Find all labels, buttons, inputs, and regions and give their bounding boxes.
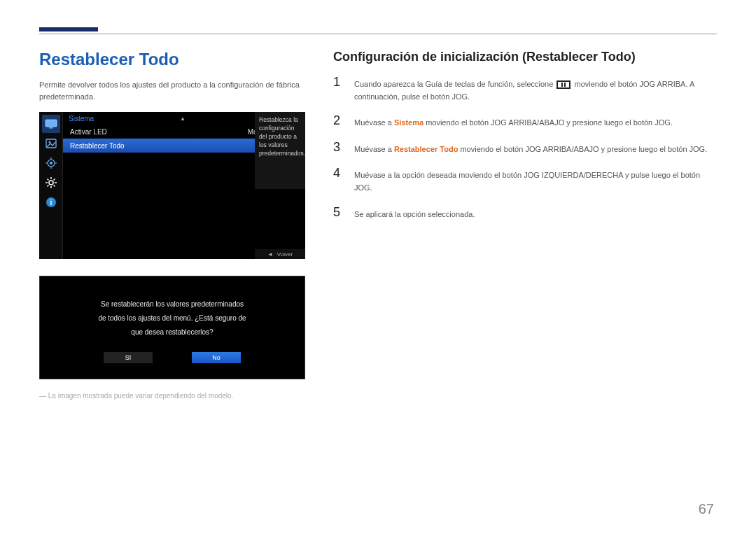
osd-footer: ◄ Volver xyxy=(255,249,305,259)
step: 3 Muévase a Restablecer Todo moviendo el… xyxy=(333,141,717,156)
step-text: Cuando aparezca la Guía de teclas de fun… xyxy=(354,76,717,103)
chapter-accent xyxy=(39,27,98,31)
step-text: Muévase a Sistema moviendo el botón JOG … xyxy=(354,114,717,129)
step-number: 3 xyxy=(333,141,346,155)
osd-title: Sistema xyxy=(69,115,94,122)
page-top-rule xyxy=(39,34,717,34)
svg-text:i: i xyxy=(50,199,52,206)
svg-rect-1 xyxy=(49,127,53,129)
footnote: ― La imagen mostrada puede variar depend… xyxy=(39,392,305,400)
svg-point-6 xyxy=(49,181,53,185)
confirm-dialog: Se restablecerán los valores predetermin… xyxy=(39,276,305,379)
dialog-yes-button[interactable]: Sí xyxy=(104,352,153,363)
step-text: Muévase a la opción deseada moviendo el … xyxy=(354,167,717,194)
section-intro: Permite devolver todos los ajustes del p… xyxy=(39,79,305,102)
dialog-line: que desea restablecerlos? xyxy=(54,325,290,339)
osd-description: Restablezca la configuración del product… xyxy=(255,112,305,189)
dialog-no-button[interactable]: No xyxy=(192,352,241,363)
display-icon xyxy=(42,115,60,133)
section-heading: Restablecer Todo xyxy=(39,50,305,69)
step: 1 Cuando aparezca la Guía de teclas de f… xyxy=(333,76,717,103)
target-icon xyxy=(42,154,60,172)
step-number: 2 xyxy=(333,114,346,128)
step: 5 Se aplicará la opción seleccionada. xyxy=(333,206,717,221)
osd-main: Sistema ▲ Activar LED Modo de espera Res… xyxy=(63,112,305,259)
osd-row-label: Restablecer Todo xyxy=(70,142,125,150)
osd-back-label: Volver xyxy=(277,251,293,258)
step-number: 4 xyxy=(333,167,346,181)
svg-point-3 xyxy=(48,141,50,143)
svg-rect-0 xyxy=(46,120,57,127)
step-number: 1 xyxy=(333,76,346,90)
menu-icon xyxy=(556,80,570,89)
picture-icon xyxy=(42,134,60,153)
step: 4 Muévase a la opción deseada moviendo e… xyxy=(333,167,717,194)
osd-sidebar: i xyxy=(39,112,63,259)
back-arrow-icon: ◄ xyxy=(267,251,273,258)
page-number: 67 xyxy=(699,501,714,517)
dialog-line: Se restablecerán los valores predetermin… xyxy=(54,297,290,311)
osd-up-arrow-icon: ▲ xyxy=(180,115,186,122)
step-number: 5 xyxy=(333,206,346,220)
step-text: Muévase a Restablecer Todo moviendo el b… xyxy=(354,141,717,156)
osd-screenshot: i Sistema ▲ Activar LED Modo de espera xyxy=(39,112,305,259)
svg-point-5 xyxy=(50,162,52,164)
osd-row-label: Activar LED xyxy=(70,128,107,136)
step-text: Se aplicará la opción seleccionada. xyxy=(354,206,717,221)
step: 2 Muévase a Sistema moviendo el botón JO… xyxy=(333,114,717,129)
procedure-heading: Configuración de inicialización (Restabl… xyxy=(333,50,717,64)
gear-icon xyxy=(42,174,60,192)
info-icon: i xyxy=(42,193,60,211)
dialog-line: de todos los ajustes del menú. ¿Está seg… xyxy=(54,311,290,325)
